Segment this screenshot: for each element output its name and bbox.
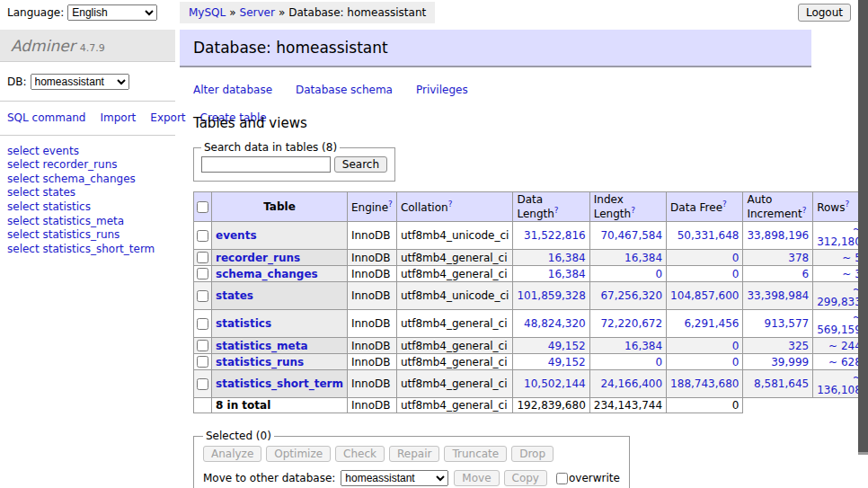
column-help-link[interactable]: ? — [722, 200, 727, 209]
data-free-cell: 188,743,680 — [667, 370, 743, 398]
auto-increment-link[interactable]: 33,398,984 — [747, 289, 809, 302]
row-checkbox[interactable] — [197, 340, 208, 351]
vertical-scrollbar[interactable] — [858, 0, 868, 488]
sidebar-import-link[interactable]: Import — [100, 111, 136, 124]
move-button[interactable]: Move — [454, 470, 499, 486]
rows-count-link[interactable]: ~ 299,833 — [817, 283, 862, 308]
rows-count-link[interactable]: ~ 569,159 — [817, 311, 862, 336]
data-length-link[interactable]: 10,502,144 — [524, 377, 586, 390]
row-checkbox[interactable] — [197, 318, 208, 330]
move-database-select[interactable]: homeassistant — [341, 470, 448, 486]
table-name-link[interactable]: schema_changes — [216, 268, 318, 280]
sidebar-item-select-schema_changes[interactable]: select schema_changes — [7, 173, 136, 185]
table-name-link[interactable]: states — [216, 289, 253, 302]
auto-increment-link[interactable]: 39,999 — [771, 356, 809, 368]
auto-increment-link[interactable]: 8,581,645 — [754, 377, 809, 390]
select-all-checkbox[interactable] — [197, 201, 208, 213]
data-length-link[interactable]: 16,384 — [548, 268, 586, 280]
index-length-link[interactable]: 0 — [655, 356, 662, 368]
rows-count-link[interactable]: ~ 628 — [828, 356, 862, 368]
copy-button[interactable]: Copy — [504, 470, 547, 486]
auto-increment-link[interactable]: 6 — [802, 268, 810, 280]
sidebar-item-select-statistics[interactable]: select statistics — [7, 200, 91, 213]
drop-button[interactable]: Drop — [511, 446, 554, 462]
auto-increment-link[interactable]: 325 — [788, 340, 809, 352]
sidebar-sql-command-link[interactable]: SQL command — [7, 111, 85, 124]
index-length-link[interactable]: 70,467,584 — [600, 229, 662, 242]
rows-count-link[interactable]: ~ 244 — [828, 340, 862, 352]
column-help-link[interactable]: ? — [388, 200, 393, 209]
sidebar-item-select-recorder_runs[interactable]: select recorder_runs — [7, 158, 118, 171]
db-select[interactable]: homeassistant — [31, 74, 129, 90]
data-free-link[interactable]: 0 — [732, 356, 740, 368]
data-length-link[interactable]: 31,522,816 — [524, 229, 586, 242]
table-name-link[interactable]: statistics — [216, 317, 271, 330]
row-checkbox-cell — [194, 370, 212, 398]
table-name-link[interactable]: statistics_meta — [216, 340, 308, 352]
data-free-link[interactable]: 104,857,600 — [670, 289, 739, 302]
index-length-link[interactable]: 67,256,320 — [600, 289, 662, 302]
brand-box: Adminer4.7.9 — [0, 30, 175, 62]
data-free-link[interactable]: 50,331,648 — [678, 229, 740, 242]
database-schema-link[interactable]: Database schema — [296, 84, 393, 96]
check-button[interactable]: Check — [335, 446, 385, 462]
table-name-link[interactable]: statistics_runs — [216, 356, 304, 368]
column-header-table: Table — [212, 192, 348, 222]
row-checkbox[interactable] — [197, 378, 208, 390]
sidebar-item-select-statistics_meta[interactable]: select statistics_meta — [7, 215, 124, 227]
data-free-link[interactable]: 188,743,680 — [670, 377, 739, 390]
data-free-link[interactable]: 0 — [732, 252, 740, 264]
column-help-link[interactable]: ? — [554, 206, 559, 215]
column-help-link[interactable]: ? — [802, 206, 807, 215]
row-checkbox[interactable] — [197, 268, 208, 279]
sidebar-item-select-statistics_runs[interactable]: select statistics_runs — [7, 228, 120, 241]
column-help-link[interactable]: ? — [448, 200, 453, 209]
privileges-link[interactable]: Privileges — [416, 84, 468, 96]
row-checkbox[interactable] — [197, 230, 208, 242]
data-length-link[interactable]: 49,152 — [548, 340, 586, 352]
row-checkbox[interactable] — [197, 290, 208, 302]
breadcrumb-server-link[interactable]: Server — [240, 6, 275, 19]
data-length-link[interactable]: 48,824,320 — [524, 317, 586, 330]
table-name-link[interactable]: statistics_short_term — [216, 377, 343, 390]
search-input[interactable] — [201, 156, 331, 173]
data-free-cell: 0 — [667, 266, 743, 282]
truncate-button[interactable]: Truncate — [444, 446, 507, 462]
adminer-brand-link[interactable]: Adminer — [11, 37, 75, 55]
column-help-link[interactable]: ? — [631, 206, 635, 215]
data-free-link[interactable]: 0 — [732, 340, 740, 352]
breadcrumb-mysql-link[interactable]: MySQL — [189, 6, 226, 19]
sidebar-item-select-statistics_short_term[interactable]: select statistics_short_term — [7, 243, 155, 255]
sidebar-item-select-states[interactable]: select states — [7, 186, 75, 199]
data-length-link[interactable]: 101,859,328 — [517, 289, 585, 302]
rows-count-link[interactable]: ~ 136,108 — [817, 371, 862, 396]
rows-count-link[interactable]: ~ 312,180 — [817, 223, 862, 248]
data-length-link[interactable]: 49,152 — [548, 356, 586, 368]
data-free-link[interactable]: 0 — [732, 268, 740, 280]
overwrite-checkbox[interactable] — [556, 473, 568, 484]
auto-increment-link[interactable]: 378 — [788, 252, 809, 264]
data-length-link[interactable]: 16,384 — [548, 252, 586, 264]
index-length-link[interactable]: 16,384 — [624, 340, 662, 352]
scrollbar-thumb[interactable] — [858, 0, 868, 452]
index-length-link[interactable]: 0 — [655, 268, 662, 280]
alter-database-link[interactable]: Alter database — [193, 84, 272, 96]
sidebar-item-select-events[interactable]: select events — [7, 145, 79, 157]
index-length-link[interactable]: 72,220,672 — [600, 317, 662, 330]
search-button[interactable]: Search — [334, 156, 387, 173]
column-help-link[interactable]: ? — [845, 200, 849, 209]
row-checkbox[interactable] — [197, 252, 208, 263]
index-length-link[interactable]: 16,384 — [624, 252, 662, 264]
data-free-link[interactable]: 6,291,456 — [684, 317, 739, 330]
repair-button[interactable]: Repair — [389, 446, 439, 462]
language-select[interactable]: English — [67, 4, 157, 21]
optimize-button[interactable]: Optimize — [266, 446, 331, 462]
auto-increment-link[interactable]: 33,898,196 — [747, 229, 809, 242]
table-name-link[interactable]: recorder_runs — [216, 252, 300, 264]
logout-button[interactable]: Logout — [798, 4, 851, 22]
row-checkbox[interactable] — [197, 356, 208, 368]
index-length-link[interactable]: 24,166,400 — [600, 377, 662, 390]
analyze-button[interactable]: Analyze — [203, 446, 261, 462]
table-name-link[interactable]: events — [216, 229, 257, 242]
auto-increment-link[interactable]: 913,577 — [765, 317, 810, 330]
